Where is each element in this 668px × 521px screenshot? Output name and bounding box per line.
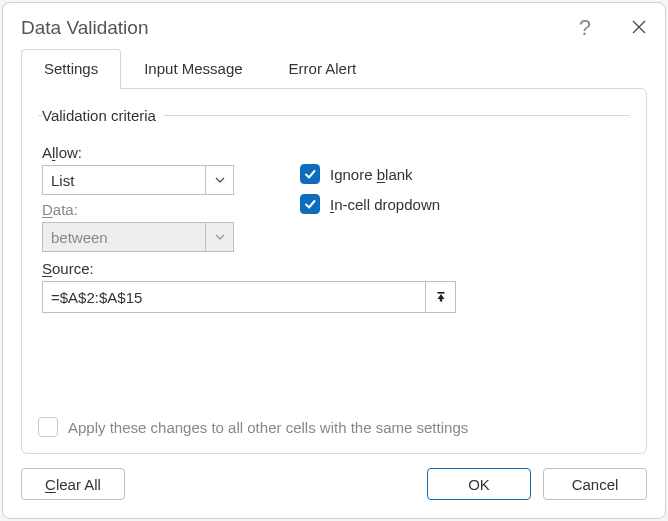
- validation-criteria-legend: Validation criteria: [42, 107, 164, 124]
- data-value: between: [43, 229, 205, 246]
- close-icon[interactable]: [631, 19, 647, 38]
- data-label: Data:: [42, 201, 272, 218]
- allow-value: List: [43, 172, 205, 189]
- incell-dropdown-label: In-cell dropdown: [330, 196, 440, 213]
- source-input-wrap: [42, 281, 456, 313]
- dialog-title: Data Validation: [21, 17, 579, 39]
- allow-label: Allow:: [42, 144, 272, 161]
- apply-all-label: Apply these changes to all other cells w…: [68, 419, 468, 436]
- apply-all-checkbox: Apply these changes to all other cells w…: [38, 417, 630, 437]
- tab-settings[interactable]: Settings: [21, 49, 121, 89]
- allow-select[interactable]: List: [42, 165, 234, 195]
- incell-dropdown-checkbox[interactable]: In-cell dropdown: [300, 194, 440, 214]
- help-icon[interactable]: ?: [579, 17, 591, 39]
- source-label: Source:: [42, 260, 626, 277]
- chevron-down-icon: [205, 223, 233, 251]
- ok-button[interactable]: OK: [427, 468, 531, 500]
- cancel-button[interactable]: Cancel: [543, 468, 647, 500]
- collapse-dialog-icon[interactable]: [425, 282, 455, 312]
- svg-rect-2: [437, 292, 444, 294]
- dialog-footer: Clear All OK Cancel: [3, 468, 665, 518]
- checkbox-icon: [38, 417, 58, 437]
- chevron-down-icon: [205, 166, 233, 194]
- checkbox-icon: [300, 194, 320, 214]
- data-validation-dialog: Data Validation ? Settings Input Message…: [2, 2, 666, 519]
- checkbox-icon: [300, 164, 320, 184]
- ignore-blank-checkbox[interactable]: Ignore blank: [300, 164, 440, 184]
- tab-input-message[interactable]: Input Message: [121, 49, 265, 89]
- data-select: between: [42, 222, 234, 252]
- titlebar: Data Validation ?: [3, 3, 665, 49]
- tab-error-alert[interactable]: Error Alert: [266, 49, 380, 89]
- source-input[interactable]: [43, 289, 425, 306]
- validation-criteria-group: Validation criteria Allow: List Data: be…: [38, 107, 630, 313]
- clear-all-button[interactable]: Clear All: [21, 468, 125, 500]
- ignore-blank-label: Ignore blank: [330, 166, 413, 183]
- tabstrip: Settings Input Message Error Alert: [3, 49, 665, 89]
- settings-panel: Validation criteria Allow: List Data: be…: [21, 88, 647, 454]
